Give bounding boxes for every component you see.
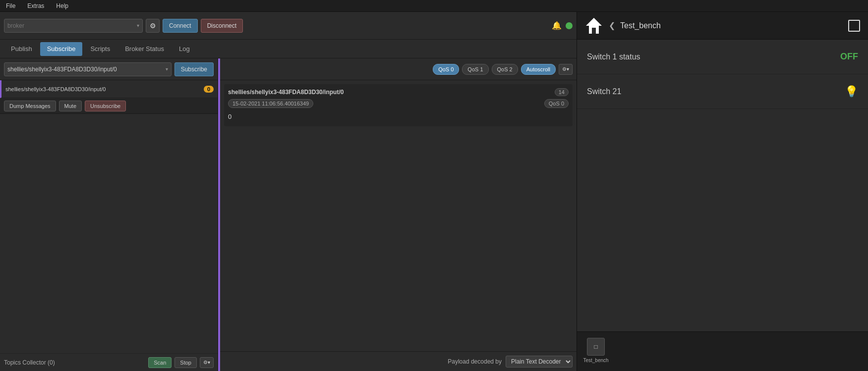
menu-bar: File Extras Help (0, 0, 868, 12)
topics-empty-area (0, 114, 218, 353)
tab-bar: Publish Subscribe Scripts Broker Status … (0, 40, 577, 58)
topic-input[interactable] (7, 66, 166, 73)
tab-broker-status[interactable]: Broker Status (118, 42, 171, 56)
tab-log[interactable]: Log (172, 42, 197, 56)
main-layout: ▾ ⚙ Connect Disconnect 🔔 Publish Subscri… (0, 12, 868, 371)
message-qos-badge: QoS 0 (544, 99, 569, 108)
mute-button[interactable]: Mute (59, 101, 82, 111)
nav-item-label: Test_bench (583, 358, 608, 363)
message-timestamp: 15-02-2021 11:06:56.40016349 (228, 99, 313, 108)
toolbar: ▾ ⚙ Connect Disconnect 🔔 (0, 12, 577, 40)
subscribe-input-row: ▾ Subscribe (0, 58, 218, 80)
tab-subscribe[interactable]: Subscribe (40, 42, 83, 56)
topic-input-wrap: ▾ (4, 62, 172, 76)
broker-input[interactable] (7, 22, 135, 29)
message-block: shellies/shellyix3-483FDA8D3D30/input/0 … (224, 84, 573, 126)
switch2-title: Switch 21 (587, 87, 845, 96)
right-panel-empty (577, 109, 868, 331)
switch1-status-row[interactable]: Switch 1 status OFF (577, 40, 868, 74)
autoscroll-button[interactable]: Autoscroll (521, 64, 556, 75)
scan-button[interactable]: Scan (148, 357, 172, 368)
switch1-status-title: Switch 1 status (587, 53, 840, 61)
unsubscribe-button[interactable]: Unsubscribe (85, 101, 126, 111)
message-value: 0 (228, 111, 569, 122)
notification-icon: 🔔 (552, 21, 562, 30)
smarthome-title: Test_bench (620, 21, 844, 30)
back-arrow-icon[interactable]: ❮ (609, 21, 615, 30)
settings-button[interactable]: ⚙ (146, 19, 160, 33)
connection-status-dot (566, 22, 573, 29)
connect-button[interactable]: Connect (163, 19, 198, 33)
nav-square-icon: □ (594, 343, 597, 350)
topics-collector-label: Topics Collector (0) (4, 359, 145, 366)
home-icon (585, 17, 603, 35)
svg-rect-1 (592, 28, 596, 34)
topic-label: shellies/shellyix3-483FDA8D3D30/input/0 (5, 86, 204, 92)
stop-button[interactable]: Stop (174, 357, 197, 368)
topic-actions: Dump Messages Mute Unsubscribe (0, 98, 218, 114)
broker-input-wrap: ▾ (4, 19, 143, 33)
qos0-button[interactable]: QoS 0 (433, 64, 459, 75)
smarthome-header: ❮ Test_bench (577, 12, 868, 40)
menu-extras[interactable]: Extras (25, 2, 46, 9)
right-panel: ❮ Test_bench Switch 1 status OFF Switch … (577, 12, 868, 371)
message-topic-header: shellies/shellyix3-483FDA8D3D30/input/0 … (228, 88, 569, 96)
qos2-button[interactable]: QoS 2 (492, 64, 518, 75)
message-options-button[interactable]: ⚙▾ (559, 64, 573, 75)
message-meta: 15-02-2021 11:06:56.40016349 QoS 0 (228, 99, 569, 108)
payload-label: Payload decoded by (448, 358, 502, 365)
topic-row[interactable]: shellies/shellyix3-483FDA8D3D30/input/0 … (0, 80, 218, 98)
switch2-row[interactable]: Switch 21 💡 (577, 74, 868, 109)
topics-panel: ▾ Subscribe shellies/shellyix3-483FDA8D3… (0, 58, 218, 371)
menu-file[interactable]: File (4, 2, 17, 9)
tab-scripts[interactable]: Scripts (83, 42, 117, 56)
bottom-nav: □ Test_bench (577, 331, 868, 371)
subscribe-area: ▾ Subscribe shellies/shellyix3-483FDA8D3… (0, 58, 577, 371)
lightbulb-icon: 💡 (845, 85, 858, 98)
topic-dropdown-icon[interactable]: ▾ (166, 66, 168, 72)
qos-bar: QoS 0 QoS 1 QoS 2 Autoscroll ⚙▾ (220, 58, 577, 80)
topic-badge: 0 (204, 86, 214, 93)
broker-dropdown-arrow-icon[interactable]: ▾ (137, 23, 139, 28)
left-panel: ▾ ⚙ Connect Disconnect 🔔 Publish Subscri… (0, 12, 577, 371)
disconnect-button[interactable]: Disconnect (201, 19, 243, 33)
nav-icon-box: □ (587, 338, 605, 356)
topics-collector: Topics Collector (0) Scan Stop ⚙▾ (0, 353, 218, 371)
switch1-status-value: OFF (840, 52, 858, 62)
tab-publish[interactable]: Publish (4, 42, 39, 56)
message-content: shellies/shellyix3-483FDA8D3D30/input/0 … (220, 80, 577, 351)
subscribe-button[interactable]: Subscribe (174, 62, 214, 76)
dump-messages-button[interactable]: Dump Messages (4, 101, 56, 111)
qos1-button[interactable]: QoS 1 (462, 64, 488, 75)
payload-decoder-select[interactable]: Plain Text Decoder JSON Decoder Hex Deco… (506, 356, 573, 368)
nav-item-test-bench[interactable]: □ Test_bench (581, 338, 611, 363)
message-count-badge: 14 (555, 88, 569, 96)
smarthome-square-icon[interactable] (848, 20, 860, 32)
menu-help[interactable]: Help (54, 2, 70, 9)
message-panel: QoS 0 QoS 1 QoS 2 Autoscroll ⚙▾ shellies… (220, 58, 577, 371)
collector-options-button[interactable]: ⚙▾ (200, 357, 214, 368)
message-topic-title: shellies/shellyix3-483FDA8D3D30/input/0 (228, 89, 344, 96)
toolbar-right: 🔔 (552, 21, 573, 30)
payload-bar: Payload decoded by Plain Text Decoder JS… (220, 351, 577, 371)
